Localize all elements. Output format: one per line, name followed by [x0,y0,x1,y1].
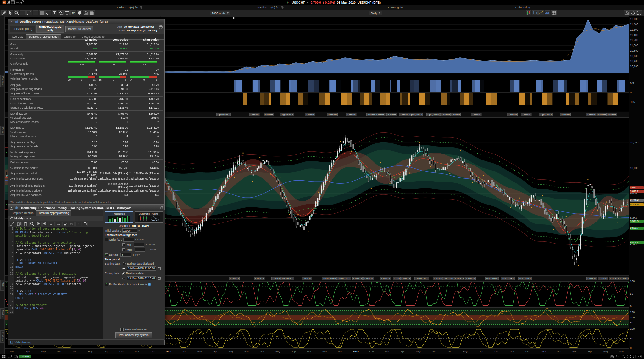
chart-icon[interactable] [6,0,11,4]
spread-checkbox[interactable] [105,253,108,256]
calendar-icon[interactable] [158,277,161,280]
timeframe-dropdown[interactable]: Daily [369,11,382,15]
tab-simplified-creation[interactable]: Simplified creation [9,210,36,216]
list-icon[interactable] [15,0,19,4]
time-axis[interactable]: MarAprMayJunJulAugSepOctNovDec2018FebMar… [4,348,629,354]
link-icon[interactable] [19,0,24,4]
magnet-icon[interactable] [632,354,637,359]
start-datetime-field[interactable]: 10-May-2018 21:00:00 [127,266,156,271]
report-titlebar[interactable]: ✕ Detailed report ProBacktest MBFX Belkh… [8,19,164,24]
cursor-icon[interactable] [8,10,13,15]
hline-icon[interactable] [33,10,38,15]
candles-icon[interactable] [526,10,531,15]
windows-icon[interactable] [2,354,6,359]
instrument-symbol[interactable]: USDCHF [292,1,305,4]
eraser-icon[interactable] [58,10,64,15]
tableicon-icon[interactable] [551,10,557,15]
min-fee-checkbox[interactable] [122,243,125,246]
fibonacci-icon[interactable] [39,10,45,15]
earliest-date-radio[interactable] [123,262,126,265]
expand-icon[interactable] [627,354,631,359]
panel-tab-5[interactable]: Implie... [0,330,4,343]
applogo-icon[interactable] [2,0,6,4]
close-icon[interactable]: ✕ [10,206,13,210]
initial-capital-input[interactable] [122,228,137,233]
fx-icon[interactable]: fx [69,222,75,226]
calendar-icon[interactable] [158,267,161,270]
camera-icon[interactable] [14,354,18,359]
chevron-down-icon[interactable] [307,2,309,3]
paste-icon[interactable] [23,222,28,226]
zoom-in-icon[interactable] [621,354,625,359]
text-icon[interactable] [52,10,57,15]
modify-code-button[interactable]: Modify code [8,216,103,221]
orders-gear-icon[interactable] [139,6,143,9]
modify-probacktest-button[interactable]: Modify ProBacktest [65,26,93,32]
bell-icon[interactable] [77,10,82,15]
barchart-icon[interactable] [532,10,538,15]
backtest-titlebar[interactable]: ✕ Backtesting & Automatic Trading - Trad… [8,205,164,210]
camera-icon[interactable] [83,10,89,15]
grid-icon[interactable] [89,10,95,15]
order-fee-input[interactable] [123,238,134,242]
end-datetime-field[interactable]: 10-May-2020 01:10:48 [127,276,156,280]
font-plus-icon[interactable]: A+ [49,222,55,226]
pencil-icon[interactable] [1,10,7,15]
zoom-in-icon[interactable] [36,222,42,226]
tab-automatic-trading[interactable]: Automatic Trading [135,211,163,223]
zoom-out-icon[interactable] [42,222,48,226]
max-fee-input[interactable] [135,248,145,252]
keep-window-open-checkbox[interactable] [120,328,124,331]
position-gear-icon[interactable] [280,6,284,9]
tab-instrument[interactable]: USD/CHF (DFB) [10,26,35,32]
panel-tab-1[interactable]: ProBa... [0,75,4,87]
trash-icon[interactable] [64,10,70,15]
printer-icon[interactable] [82,222,88,226]
end-datetime-radio[interactable] [122,277,125,280]
channel-icon[interactable] [45,10,51,15]
trendline-icon[interactable] [26,10,32,15]
expand-icon[interactable] [636,10,642,15]
tab-probacktest[interactable]: ProBacktest [105,211,133,223]
linechart-icon[interactable] [538,10,544,15]
spinner-icon[interactable]: ▲▼ [132,254,134,256]
tab-trading-system[interactable]: MBFX Belkhayate Daily [36,25,64,33]
realtime-date-radio[interactable] [122,272,125,275]
bulb-icon[interactable] [62,222,68,226]
code-area[interactable]: 1// Definition of code parameters2DEFPAR… [8,227,103,340]
price-axis[interactable]: 12,00011,80011,60011,40011,20011,00010,8… [629,16,644,354]
tab-creation-by-programming[interactable]: Creation by programming [36,210,71,216]
camera-icon[interactable] [610,354,614,359]
font-minus-icon[interactable]: A- [56,222,61,226]
share-button[interactable]: Share [19,355,31,358]
cut-icon[interactable] [9,222,15,226]
min-fee-input[interactable] [134,243,144,247]
panel-tab-3[interactable]: PRC... [0,280,4,291]
max-fee-checkbox[interactable] [122,248,125,251]
close-icon[interactable]: ✕ [10,20,13,23]
gear-icon[interactable] [630,10,636,15]
areachart-icon[interactable] [545,10,550,15]
detach-icon[interactable] [160,206,163,210]
print-icon[interactable] [158,25,163,30]
panel-tab-2[interactable]: Price [0,126,4,135]
probacktest-my-system-button[interactable]: ProBacktest my system [115,332,152,338]
chat-icon[interactable] [8,354,12,359]
layout-icon[interactable] [11,0,15,4]
fx-icon[interactable]: fx [70,10,76,15]
spread-input[interactable] [120,253,131,257]
copy-icon[interactable] [16,222,22,226]
video-training-link[interactable]: Video training [8,339,164,345]
clock-icon[interactable] [638,354,642,359]
start-datetime-radio[interactable] [122,267,125,270]
tick-mode-checkbox[interactable] [105,283,108,286]
zoom-out-icon[interactable] [615,354,620,359]
magnifier-icon[interactable] [14,10,19,15]
order-fee-checkbox[interactable] [105,238,108,241]
panel-tab-4[interactable]: Mark... [0,308,4,319]
units-dropdown[interactable]: 1000 units [210,11,230,15]
camera-icon[interactable] [624,10,630,15]
crosshair-icon[interactable] [20,10,26,15]
magnifier-icon[interactable] [29,222,35,226]
sum-icon[interactable]: Σ [75,222,81,226]
